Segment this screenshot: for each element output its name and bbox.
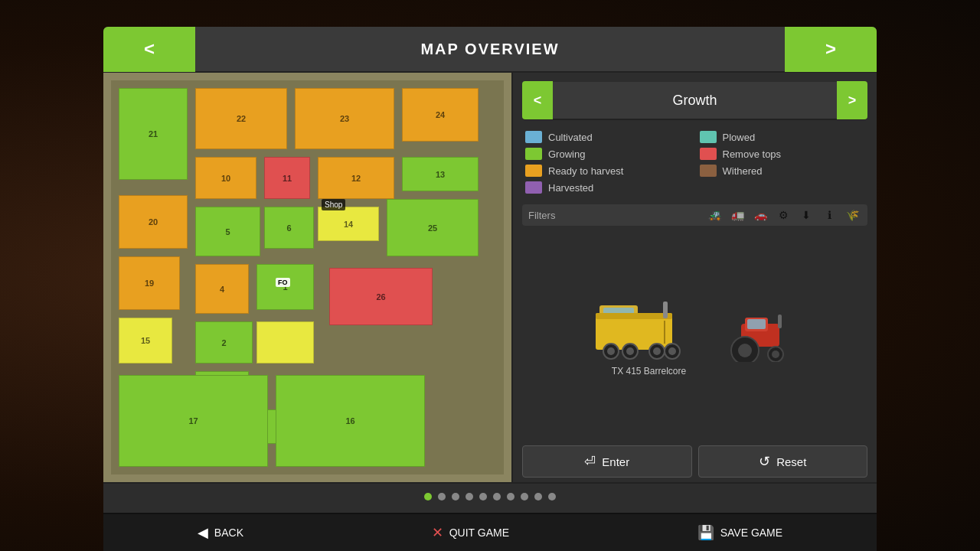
tractor-svg (718, 308, 795, 362)
growth-prev-button[interactable]: < (522, 81, 553, 119)
page-title: MAP OVERVIEW (195, 41, 785, 58)
pagination-dot-9[interactable] (548, 493, 556, 500)
fo-label: FO (276, 278, 290, 287)
svg-point-22 (772, 350, 779, 358)
panel-body: 2122232410111213205614251915412629781716… (103, 73, 877, 482)
field-20: 20 (119, 195, 188, 249)
vehicle-item-tractor (718, 308, 795, 362)
legend-item-ready_to_harvest: Ready to harvest (525, 165, 691, 177)
legend-color-growing (525, 148, 542, 160)
field-14: 14 (318, 207, 379, 241)
pagination-dot-2[interactable] (452, 493, 459, 500)
pagination-dot-4[interactable] (479, 493, 487, 500)
field-11: 11 (264, 157, 310, 199)
legend-grid: Cultivated Plowed Growing Remove tops Re… (513, 126, 877, 198)
reset-button[interactable]: ↺ Reset (698, 445, 868, 478)
field-15: 15 (119, 318, 172, 364)
quit-button[interactable]: ✕ QUIT GAME (416, 520, 524, 546)
field-4: 4 (195, 264, 249, 314)
pagination-dot-0[interactable] (424, 493, 432, 500)
filters-label: Filters (528, 210, 701, 221)
legend-item-withered: Withered (700, 165, 865, 177)
filter-info-icon[interactable]: ℹ (820, 207, 838, 223)
pagination-dot-6[interactable] (507, 493, 514, 500)
legend-label-plowed: Plowed (723, 132, 756, 143)
field-16: 16 (276, 375, 425, 467)
filter-truck-icon[interactable]: 🚛 (728, 207, 746, 223)
legend-label-withered: Withered (723, 165, 763, 177)
enter-button[interactable]: ⏎ Enter (522, 445, 692, 478)
field-26: 26 (329, 268, 433, 325)
svg-point-7 (607, 347, 615, 355)
filter-tractor-icon[interactable]: 🚜 (705, 207, 724, 223)
save-button[interactable]: 💾 SAVE GAME (682, 520, 798, 546)
field-21: 21 (119, 88, 188, 180)
legend-color-plowed (700, 131, 717, 143)
field-13: 13 (402, 157, 479, 191)
legend-color-ready_to_harvest (525, 165, 542, 177)
legend-item-remove_tops: Remove tops (700, 148, 865, 160)
enter-label: Enter (602, 455, 629, 468)
legend-color-cultivated (525, 131, 542, 143)
field-12: 12 (318, 157, 394, 199)
filter-down-icon[interactable]: ⬇ (797, 207, 815, 223)
svg-rect-14 (663, 302, 668, 318)
legend-color-withered (700, 165, 717, 177)
field-17: 17 (119, 375, 268, 467)
enter-icon: ⏎ (584, 453, 596, 470)
vehicle-item-truck: TX 415 Barrelcore (596, 294, 703, 377)
svg-point-11 (653, 347, 661, 355)
filters-row: Filters 🚜 🚛 🚗 ⚙ ⬇ ℹ 🌾 (522, 204, 867, 226)
pagination-dot-3[interactable] (466, 493, 473, 500)
field-23: 23 (295, 88, 394, 149)
reset-label: Reset (776, 455, 806, 468)
growth-next-button[interactable]: > (837, 81, 867, 119)
action-row: ⏎ Enter ↺ Reset (513, 441, 877, 482)
legend-item-harvested: Harvested (525, 181, 691, 194)
legend-label-remove_tops: Remove tops (723, 148, 782, 160)
shop-label: Shop (322, 199, 345, 210)
filters-section: Filters 🚜 🚛 🚗 ⚙ ⬇ ℹ 🌾 (513, 198, 877, 229)
vehicles-row: TX 415 Barrelcore (596, 294, 795, 377)
svg-rect-17 (747, 319, 766, 329)
legend-color-remove_tops (700, 148, 717, 160)
pagination-dot-1[interactable] (438, 493, 446, 500)
field-25: 25 (387, 199, 479, 256)
back-button[interactable]: ◀ BACK (182, 520, 259, 546)
panel-header: < MAP OVERVIEW > (103, 27, 877, 73)
map-inner: 2122232410111213205614251915412629781716… (111, 80, 504, 474)
filter-gear-icon[interactable]: ⚙ (774, 207, 792, 223)
truck-svg (596, 294, 703, 363)
svg-point-20 (738, 344, 752, 357)
save-icon: 💾 (697, 524, 714, 541)
legend-label-cultivated: Cultivated (548, 132, 593, 143)
vehicle-name-truck: TX 415 Barrelcore (612, 366, 686, 377)
main-panel: < MAP OVERVIEW > 21222324101112132056142… (103, 27, 877, 524)
prev-page-button[interactable]: < (103, 27, 195, 72)
legend-item-growing: Growing (525, 148, 691, 160)
right-panel: < Growth > Cultivated Plowed Growing Rem… (513, 73, 877, 482)
field-10: 10 (195, 157, 256, 199)
back-icon: ◀ (198, 524, 208, 541)
vehicle-area: TX 415 Barrelcore (513, 229, 877, 441)
legend-item-plowed: Plowed (700, 131, 865, 143)
reset-icon: ↺ (759, 453, 770, 470)
field-24: 24 (402, 88, 479, 142)
filter-car-icon[interactable]: 🚗 (751, 207, 769, 223)
back-label: BACK (214, 527, 243, 539)
pagination-dot-7[interactable] (521, 493, 528, 500)
legend-item-cultivated: Cultivated (525, 131, 691, 143)
field-22: 22 (195, 88, 287, 149)
save-label: SAVE GAME (720, 527, 782, 539)
legend-label-growing: Growing (548, 148, 585, 160)
pagination-dot-8[interactable] (534, 493, 542, 500)
field-19: 19 (119, 256, 180, 310)
field-2: 2 (195, 321, 253, 364)
growth-title: Growth (553, 93, 837, 109)
svg-point-9 (626, 347, 634, 355)
pagination-dot-5[interactable] (493, 493, 501, 500)
svg-rect-18 (778, 315, 782, 328)
next-page-button[interactable]: > (785, 27, 877, 72)
field-1: 1 (256, 264, 314, 310)
filter-crop-icon[interactable]: 🌾 (843, 207, 861, 223)
